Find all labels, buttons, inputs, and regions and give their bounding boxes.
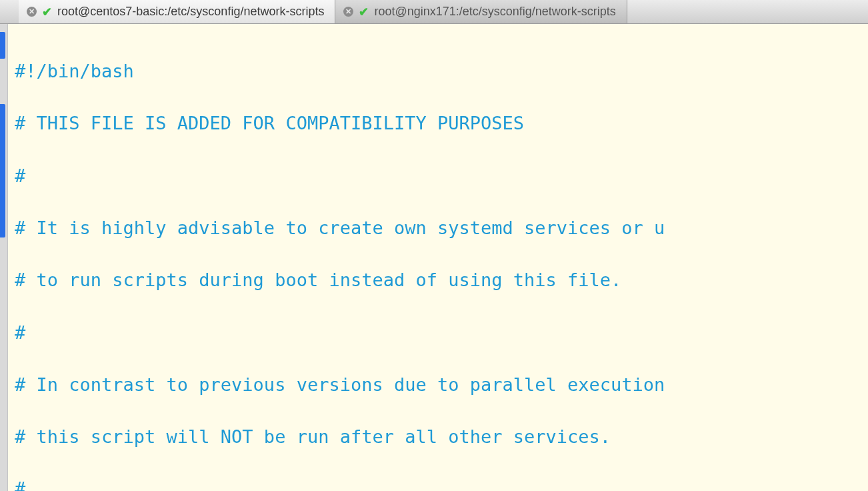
code-line: # to run scripts during boot instead of … — [15, 270, 621, 290]
editor-pane: #!/bin/bash # THIS FILE IS ADDED FOR COM… — [0, 24, 868, 491]
change-marker — [0, 104, 5, 237]
tab-label: root@nginx171:/etc/sysconfig/network-scr… — [374, 5, 615, 19]
tab-terminal-1[interactable]: ✕ ✔ root@centos7-basic:/etc/sysconfig/ne… — [19, 0, 335, 23]
code-line: # — [15, 478, 25, 491]
code-line: # — [15, 322, 25, 343]
change-marker — [0, 32, 5, 59]
tab-terminal-2[interactable]: ✕ ✔ root@nginx171:/etc/sysconfig/network… — [335, 0, 627, 23]
check-icon: ✔ — [42, 5, 52, 19]
check-icon: ✔ — [359, 5, 369, 19]
tab-bar: ✕ ✔ root@centos7-basic:/etc/sysconfig/ne… — [0, 0, 868, 24]
code-line: # It is highly advisable to create own s… — [15, 217, 665, 238]
code-line: # THIS FILE IS ADDED FOR COMPATIBILITY P… — [15, 113, 524, 133]
tab-label: root@centos7-basic:/etc/sysconfig/networ… — [57, 5, 324, 19]
close-icon[interactable]: ✕ — [343, 7, 353, 17]
code-line: #!/bin/bash — [15, 61, 134, 81]
close-icon[interactable]: ✕ — [27, 7, 37, 17]
code-line: # — [15, 165, 25, 186]
code-area[interactable]: #!/bin/bash # THIS FILE IS ADDED FOR COM… — [8, 24, 868, 491]
code-line: # this script will NOT be run after all … — [15, 426, 611, 447]
code-line: # In contrast to previous versions due t… — [15, 374, 665, 395]
gutter — [0, 24, 8, 491]
